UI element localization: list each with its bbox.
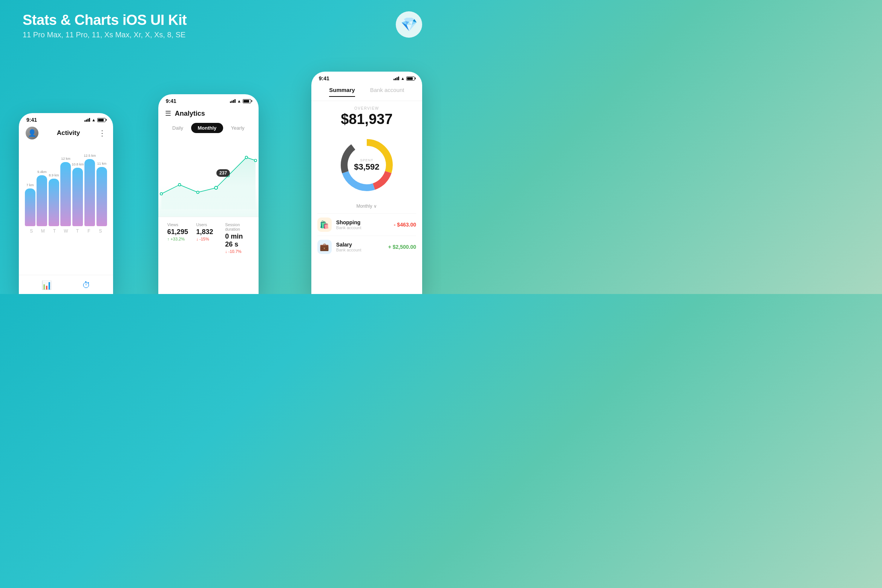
stat-views-label: Views (167, 222, 192, 227)
monthly-label: Monthly (356, 204, 372, 209)
nav-chart-icon[interactable]: 📊 (41, 280, 52, 290)
donut-chart: SPENT $3,592 (311, 131, 422, 199)
bar-label-125km: 12.5 km (84, 154, 96, 158)
day-s1: S (26, 228, 37, 234)
menu-icon[interactable]: ☰ (165, 109, 171, 118)
battery-icon-2 (243, 99, 251, 103)
shopping-amount: - $463.00 (394, 222, 416, 228)
overview-amount: $81,937 (311, 111, 422, 127)
donut-center: SPENT $3,592 (354, 158, 379, 172)
status-icons-3: ▲ (394, 76, 415, 81)
nav-timer-icon[interactable]: ⏱ (82, 280, 90, 290)
status-bar-1: 9:41 ▲ (19, 113, 113, 125)
day-t2: T (72, 228, 83, 234)
shopping-name: Shopping (336, 219, 389, 225)
svg-point-1 (178, 184, 181, 186)
status-time-2: 9:41 (166, 98, 176, 104)
phone-analytics: 9:41 ▲ ☰ Analytics Daily Monthl (158, 94, 259, 294)
stat-session-value: 0 min 26 s (225, 233, 250, 248)
summary-tabs: Summary Bank account (311, 84, 422, 101)
signal-bars-1 (84, 118, 90, 122)
day-w: W (60, 228, 72, 234)
transaction-shopping[interactable]: 🛍️ Shopping Bank account - $463.00 (317, 213, 416, 236)
tab-yearly[interactable]: Yearly (224, 123, 251, 133)
wifi-icon-3: ▲ (401, 76, 405, 81)
bar-label-12km: 12 km (61, 157, 70, 161)
stat-session-label: Session duration (225, 222, 250, 231)
signal-bars-3 (394, 77, 399, 80)
stat-views-change: ↑ +33.2% (167, 237, 192, 241)
bar-item-f: 12.5 km (84, 154, 96, 226)
bar-item-t1: 8.9 km (48, 173, 60, 226)
salary-icon: 💼 (317, 240, 332, 254)
salary-name: Salary (336, 242, 384, 248)
svg-point-6 (254, 159, 257, 161)
status-icons-2: ▲ (230, 99, 251, 103)
spent-label: SPENT (354, 158, 379, 162)
page-subtitle: 11 Pro Max, 11 Pro, 11, Xs Max, Xr, X, X… (23, 31, 187, 39)
tab-monthly[interactable]: Monthly (191, 123, 224, 133)
stat-users-change: ↓ -15% (196, 237, 221, 241)
signal-bars-2 (230, 99, 236, 103)
more-icon[interactable]: ⋮ (98, 129, 106, 138)
bar-label-89km: 8.9 km (49, 173, 59, 177)
day-f: F (83, 228, 95, 234)
status-time-3: 9:41 (319, 75, 329, 81)
day-t1: T (49, 228, 60, 234)
svg-point-0 (160, 193, 162, 195)
stat-session-change: ↓ -10.7% (225, 249, 250, 254)
line-chart: 237 (158, 138, 259, 217)
page-title: Stats & Charts iOS UI Kit (23, 12, 187, 28)
wifi-icon-2: ▲ (237, 99, 241, 103)
bar-item-m: 9.4km (36, 170, 48, 226)
day-s2: S (95, 228, 106, 234)
wifi-icon-1: ▲ (92, 118, 96, 122)
bar-item-s1: 7 km (24, 183, 36, 226)
svg-point-5 (245, 156, 247, 158)
shopping-icon: 🛍️ (317, 217, 332, 232)
bar-label-9km: 9.4km (37, 170, 47, 174)
salary-sub: Bank account (336, 248, 384, 252)
transaction-list: 🛍️ Shopping Bank account - $463.00 💼 Sal… (311, 213, 422, 258)
overview-label: OVERVIEW (311, 106, 422, 110)
salary-amount: + $2,500.00 (388, 244, 416, 250)
analytics-header: ☰ Analytics (158, 106, 259, 123)
analytics-title: Analytics (175, 110, 205, 118)
status-bar-2: 9:41 ▲ (158, 94, 259, 106)
spent-amount: $3,592 (354, 162, 379, 172)
tab-bank-account[interactable]: Bank account (370, 87, 404, 97)
phone-activity: 9:41 ▲ 👤 Activity ⋮ 7 (19, 113, 113, 294)
stat-users-label: Users (196, 222, 221, 227)
day-m: M (37, 228, 49, 234)
battery-icon-1 (97, 118, 106, 122)
battery-icon-3 (406, 77, 415, 81)
tab-summary[interactable]: Summary (329, 87, 355, 97)
sketch-icon: 💎 (396, 11, 422, 38)
bottom-nav-1: 📊 ⏱ (19, 275, 113, 294)
bar-label-7km: 7 km (26, 183, 34, 187)
activity-header: 👤 Activity ⋮ (19, 125, 113, 143)
tab-daily[interactable]: Daily (165, 123, 190, 133)
status-icons-1: ▲ (84, 118, 106, 122)
svg-point-2 (196, 191, 199, 193)
tab-selector: Daily Monthly Yearly (158, 123, 259, 138)
phones-container: 9:41 ▲ 👤 Activity ⋮ 7 (19, 72, 422, 294)
transaction-salary[interactable]: 💼 Salary Bank account + $2,500.00 (317, 236, 416, 258)
salary-info: Salary Bank account (336, 242, 384, 252)
monthly-selector[interactable]: Monthly ∨ (311, 199, 422, 213)
phone-summary: 9:41 ▲ Summary Bank account OVERVIEW $81 (311, 72, 422, 294)
bar-item-s2: 11 km (96, 162, 108, 226)
stat-session: Session duration 0 min 26 s ↓ -10.7% (223, 222, 252, 254)
header-section: Stats & Charts iOS UI Kit 11 Pro Max, 11… (23, 12, 187, 39)
svg-point-3 (214, 186, 217, 189)
avatar: 👤 (26, 127, 38, 139)
bar-label-108km: 10.8 km (72, 162, 84, 166)
stats-grid: Views 61,295 ↑ +33.2% Users 1,832 ↓ -15%… (158, 217, 259, 257)
days-labels: S M T W T F S (19, 226, 113, 234)
shopping-sub: Bank account (336, 225, 389, 230)
status-bar-3: 9:41 ▲ (311, 72, 422, 84)
stat-views-value: 61,295 (167, 228, 192, 236)
stat-users: Users 1,832 ↓ -15% (194, 222, 223, 254)
chevron-down-icon: ∨ (374, 204, 377, 209)
stat-users-value: 1,832 (196, 228, 221, 236)
